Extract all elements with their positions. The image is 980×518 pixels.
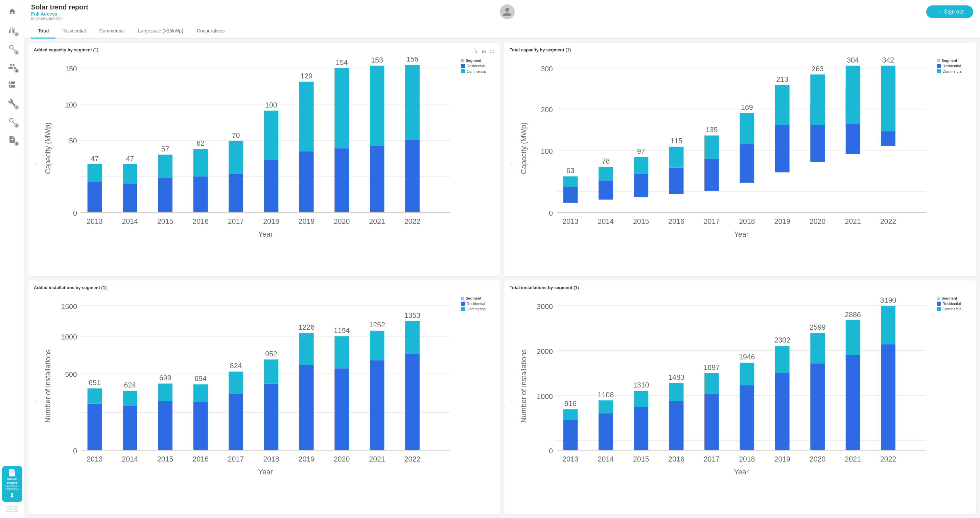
added-capacity-legend: ☑ Segment Residential Commercial (461, 57, 495, 272)
svg-text:Year: Year (734, 468, 749, 476)
svg-rect-81 (775, 85, 790, 125)
svg-rect-182 (740, 363, 754, 385)
svg-text:2015: 2015 (157, 218, 173, 226)
commercial-color (937, 307, 941, 311)
svg-rect-14 (123, 164, 137, 184)
svg-rect-32 (335, 68, 349, 148)
svg-rect-66 (598, 167, 613, 180)
chart-prev[interactable]: › (510, 295, 514, 509)
legend-header: ☑ Segment (461, 296, 495, 300)
sidebar-item-analytics[interactable] (4, 113, 20, 129)
svg-rect-179 (705, 373, 719, 394)
legend-segment-label: Segment (942, 296, 957, 300)
chart-prev[interactable]: › (510, 57, 514, 272)
svg-text:2015: 2015 (633, 455, 649, 463)
svg-text:0: 0 (549, 447, 553, 455)
svg-text:2014: 2014 (122, 218, 138, 226)
commercial-color (461, 307, 465, 311)
residential-label: Residential (942, 64, 961, 68)
svg-text:78: 78 (602, 157, 610, 165)
tab-residential[interactable]: Residential (56, 24, 92, 38)
chart-prev[interactable]: › (34, 295, 38, 509)
svg-rect-80 (775, 125, 790, 172)
annual-report-promo[interactable]: 📄 AnnualReport Solar TrendReport 2023 ⬇ (2, 466, 22, 502)
svg-text:100: 100 (265, 101, 277, 109)
added-capacity-header: Added capacity by segment (1) (34, 47, 495, 55)
svg-rect-11 (88, 164, 102, 182)
tab-cooperatives[interactable]: Cooperatives (190, 24, 232, 38)
svg-text:97: 97 (637, 148, 645, 156)
svg-rect-115 (88, 388, 102, 404)
legend-header: ☑ Segment (937, 59, 970, 62)
lock-badge (14, 50, 19, 55)
legend-header: ☑ Segment (937, 296, 970, 300)
copyright-text: © Solar TrendReport FullAccess 2023 (5, 504, 20, 515)
svg-rect-26 (264, 111, 278, 160)
tabs: Total Residential Commercial Largescale … (24, 24, 980, 38)
svg-rect-178 (705, 394, 719, 450)
residential-color (461, 64, 465, 68)
svg-text:2018: 2018 (263, 218, 279, 226)
annual-report-icon: 📄 (3, 469, 21, 477)
svg-rect-74 (705, 159, 719, 191)
svg-rect-68 (634, 174, 649, 197)
signout-label: Sign out (944, 9, 964, 15)
svg-text:1697: 1697 (704, 364, 720, 372)
svg-rect-191 (846, 320, 860, 355)
svg-text:2020: 2020 (334, 218, 350, 226)
expand-icon[interactable] (489, 49, 495, 54)
svg-text:0: 0 (73, 447, 77, 455)
svg-text:2016: 2016 (193, 218, 208, 226)
legend-segment-label: Segment (466, 59, 481, 62)
added-installations-header: Added installations by segment (1) (34, 285, 495, 293)
svg-rect-185 (775, 346, 790, 373)
svg-text:200: 200 (541, 106, 553, 114)
svg-rect-130 (264, 359, 278, 383)
svg-text:2014: 2014 (598, 455, 614, 463)
app-title: Solar trend report (31, 3, 88, 11)
sidebar-item-people[interactable] (4, 58, 20, 75)
tab-total[interactable]: Total (31, 24, 56, 38)
svg-rect-37 (405, 140, 420, 213)
sidebar-item-database[interactable] (4, 76, 20, 93)
added-capacity-area: › 150 100 50 0 C (34, 57, 495, 272)
sidebar-item-doc[interactable] (4, 131, 20, 148)
lock-badge (14, 123, 19, 128)
svg-text:1252: 1252 (369, 321, 385, 329)
commercial-color (937, 69, 941, 73)
lock-badge (14, 68, 19, 73)
signout-button[interactable]: → Sign out (926, 5, 973, 18)
svg-text:824: 824 (230, 362, 242, 370)
svg-text:2022: 2022 (404, 218, 420, 226)
commercial-label: Commercial (942, 69, 963, 73)
sort-icon[interactable] (473, 49, 479, 54)
svg-text:156: 156 (406, 57, 418, 63)
bar-chart-icon[interactable] (481, 49, 487, 54)
sidebar-item-tools[interactable] (4, 95, 20, 111)
svg-text:153: 153 (371, 57, 383, 64)
sidebar-item-search[interactable] (4, 40, 20, 56)
svg-text:952: 952 (265, 350, 277, 358)
svg-rect-34 (370, 146, 385, 212)
svg-rect-173 (634, 391, 649, 407)
svg-rect-136 (335, 336, 349, 368)
svg-rect-38 (405, 65, 420, 140)
residential-label: Residential (467, 64, 485, 68)
svg-text:1946: 1946 (739, 353, 755, 361)
legend-residential: Residential (937, 64, 970, 68)
chart-prev[interactable]: › (34, 57, 38, 272)
svg-text:70: 70 (232, 132, 240, 140)
avatar[interactable] (500, 5, 515, 19)
svg-rect-29 (299, 82, 314, 151)
total-installations-chart: Total installations by segment (1) › 300… (504, 280, 976, 514)
tab-commercial[interactable]: Commercial (93, 24, 132, 38)
sidebar-item-home[interactable] (4, 3, 20, 20)
svg-text:150: 150 (65, 65, 77, 73)
svg-rect-138 (370, 361, 385, 450)
svg-text:2013: 2013 (563, 218, 579, 226)
tab-largescale[interactable]: Largescale (>15kWp) (131, 24, 190, 38)
svg-rect-187 (811, 364, 825, 450)
sidebar-item-charts[interactable] (4, 22, 20, 38)
svg-text:2021: 2021 (845, 218, 861, 226)
svg-text:2015: 2015 (157, 455, 173, 463)
